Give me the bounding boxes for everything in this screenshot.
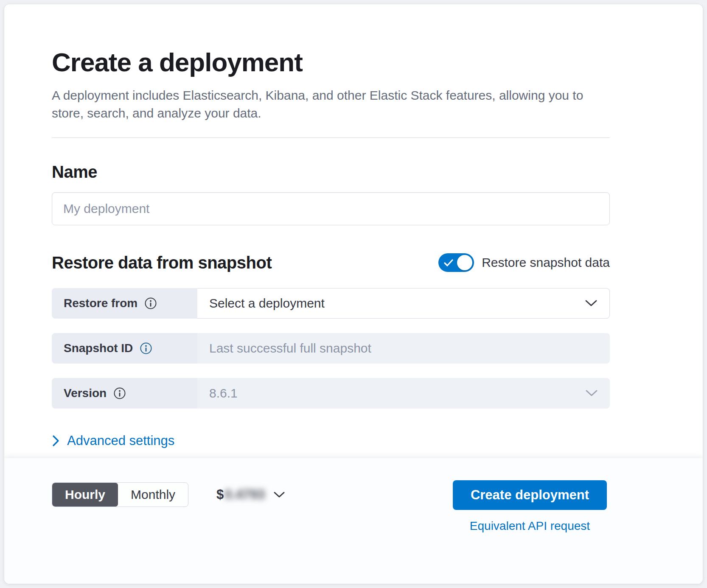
main-content: Create a deployment A deployment include…: [4, 4, 610, 458]
restore-from-label-cell: Restore from: [52, 288, 197, 319]
chevron-down-icon: [273, 491, 285, 498]
snapshot-id-row: Snapshot ID Last successful full snapsho…: [52, 333, 610, 364]
bottom-bar: Hourly Monthly $ 0.4793 Create deploymen…: [4, 458, 703, 584]
chevron-down-icon: [585, 300, 598, 307]
chevron-right-icon: [52, 434, 59, 447]
price-currency: $: [216, 487, 224, 502]
version-row: Version 8.6.1: [52, 378, 610, 409]
advanced-settings-link[interactable]: Advanced settings: [52, 433, 174, 448]
snapshot-id-label-cell: Snapshot ID: [52, 333, 197, 364]
page-title: Create a deployment: [52, 47, 610, 78]
monthly-button[interactable]: Monthly: [118, 483, 188, 507]
snapshot-id-placeholder: Last successful full snapshot: [209, 341, 371, 356]
info-icon[interactable]: [140, 342, 152, 355]
version-value: 8.6.1: [209, 386, 238, 400]
page-subtitle: A deployment includes Elasticsearch, Kib…: [52, 87, 595, 122]
name-heading: Name: [52, 162, 610, 182]
divider: [52, 137, 610, 138]
advanced-settings-label: Advanced settings: [67, 433, 174, 448]
restore-from-row: Restore from Select a deployment: [52, 288, 610, 319]
restore-from-value: Select a deployment: [209, 296, 325, 311]
restore-snapshot-toggle-label: Restore snapshot data: [482, 255, 610, 270]
create-deployment-card: Create a deployment A deployment include…: [4, 4, 703, 584]
info-icon[interactable]: [144, 297, 157, 310]
version-label: Version: [64, 386, 107, 400]
restore-snapshot-toggle[interactable]: [438, 253, 474, 272]
chevron-down-icon: [585, 389, 598, 397]
hourly-button[interactable]: Hourly: [52, 483, 118, 507]
version-select: 8.6.1: [197, 378, 610, 409]
deployment-name-input[interactable]: [52, 192, 610, 225]
info-icon[interactable]: [113, 387, 126, 400]
snapshot-id-input: Last successful full snapshot: [197, 333, 610, 364]
restore-from-label: Restore from: [64, 297, 137, 310]
price-amount-blurred: 0.4793: [224, 487, 265, 502]
check-icon: [444, 259, 453, 266]
billing-interval-group: Hourly Monthly: [52, 482, 188, 507]
restore-from-select[interactable]: Select a deployment: [197, 288, 610, 319]
price-dropdown[interactable]: $ 0.4793: [216, 487, 285, 502]
equivalent-api-request-link[interactable]: Equivalent API request: [470, 519, 590, 533]
toggle-knob: [457, 255, 472, 270]
version-label-cell: Version: [52, 378, 197, 409]
snapshot-id-label: Snapshot ID: [64, 342, 133, 355]
create-deployment-button[interactable]: Create deployment: [453, 480, 607, 510]
restore-snapshot-heading: Restore data from snapshot: [52, 252, 272, 273]
